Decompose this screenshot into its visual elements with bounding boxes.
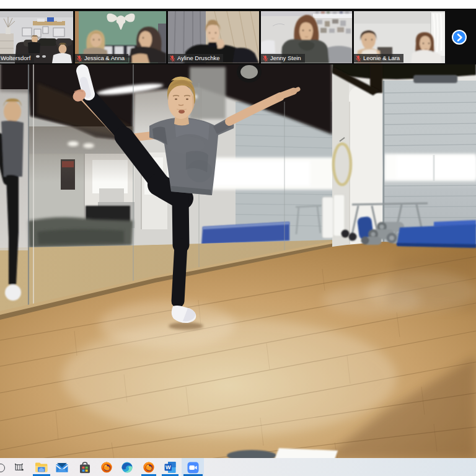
svg-text:W: W bbox=[165, 464, 171, 470]
